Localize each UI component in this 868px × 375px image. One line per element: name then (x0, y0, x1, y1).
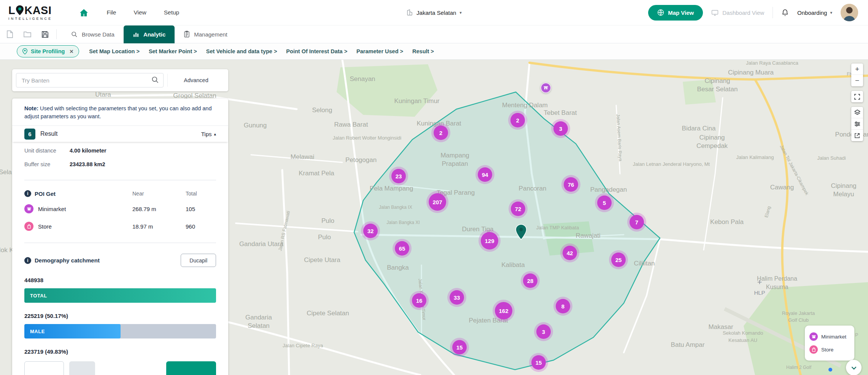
poi-row: Store 18.97 m 960 (24, 221, 216, 232)
site-location-pin[interactable] (515, 224, 527, 242)
layers-button[interactable] (851, 107, 863, 118)
zoom-in-button[interactable]: + (851, 64, 863, 75)
cluster-marker[interactable]: 25 (611, 253, 626, 267)
search-input[interactable] (16, 73, 164, 87)
note-text: Note: Used with selecting the parameters… (12, 99, 228, 126)
cluster-marker[interactable]: 33 (450, 290, 464, 305)
breadcrumb-step-3[interactable]: Set Vehicle and data type > (206, 48, 277, 54)
fullscreen-button[interactable] (851, 91, 863, 102)
cluster-marker[interactable]: 3 (553, 121, 568, 136)
user-avatar[interactable] (841, 4, 858, 21)
poi-near-value: 268.79 m (132, 206, 186, 212)
cluster-marker[interactable]: 7 (630, 215, 644, 229)
cluster-marker[interactable]: 5 (597, 195, 612, 210)
cluster-marker[interactable]: 2 (434, 126, 448, 140)
total-bar-label: TOTAL (30, 293, 47, 299)
stats-rows: Unit distance 4.00 kilometerBuffer size … (12, 146, 228, 169)
poi-rows: Minimarket 268.79 m 105Store 18.97 m 960 (24, 203, 216, 232)
advanced-search-link[interactable]: Advanced (167, 74, 224, 87)
cluster-marker[interactable]: 2 (510, 113, 525, 127)
breadcrumb-step-4[interactable]: Point Of Interest Data > (286, 48, 347, 54)
male-bar-fill: MALE (24, 324, 121, 338)
cluster-marker[interactable]: 65 (395, 241, 409, 256)
app-logo[interactable]: L KASI INTELLIGENCE (8, 5, 52, 21)
catchment-polygon[interactable] (354, 92, 660, 370)
park-senayan (337, 64, 437, 117)
legend-collapse-button[interactable] (846, 360, 862, 375)
location-label: Jakarta Selatan (417, 10, 456, 16)
stat-label: Buffer size (24, 161, 70, 167)
breadcrumb-step-6[interactable]: Result > (412, 48, 434, 54)
dashboard-view-button[interactable]: Dashboard View (711, 9, 764, 16)
stat-row: Buffer size 23423.88 km2 (24, 159, 216, 169)
cluster-marker[interactable]: 8 (556, 299, 570, 313)
save-icon[interactable] (37, 28, 52, 41)
cluster-marker[interactable]: 94 (478, 167, 492, 182)
search-card: Advanced (12, 69, 228, 91)
male-bar-label: MALE (30, 329, 45, 334)
logo-text-right: KASI (24, 5, 51, 16)
cluster-marker[interactable]: 23 (391, 169, 406, 183)
cluster-marker[interactable]: 28 (523, 273, 537, 288)
note-label: Note: (24, 105, 38, 111)
cluster-marker[interactable]: 162 (495, 302, 512, 319)
export-button[interactable] (851, 130, 863, 141)
cluster-marker[interactable]: 207 (429, 193, 446, 211)
notifications-bell-icon[interactable] (781, 9, 789, 16)
poi-total-value: 105 (186, 206, 216, 212)
new-document-icon[interactable] (2, 28, 17, 41)
tab-analytic[interactable]: Analytic (124, 25, 175, 43)
result-section-header: 6 Result Tips ▴ (12, 126, 228, 142)
secondary-toolbar: Browse Data Analytic Management (0, 25, 868, 43)
breadcrumb-step-2[interactable]: Set Marker Point > (149, 48, 197, 54)
footer-box[interactable] (69, 361, 95, 375)
toolbar-divider (56, 29, 57, 39)
cluster-marker[interactable]: 76 (564, 177, 578, 192)
logo-pin-icon (16, 5, 24, 16)
cluster-marker[interactable]: 32 (363, 224, 378, 238)
filter-sliders-button[interactable] (851, 118, 863, 130)
park-small (683, 79, 716, 105)
cluster-marker[interactable]: 42 (563, 246, 577, 260)
legend-item[interactable]: Store (809, 343, 850, 356)
cluster-marker[interactable]: 15 (531, 355, 546, 370)
chevron-down-icon: ▾ (459, 10, 462, 15)
breadcrumb-step-5[interactable]: Parameter Used > (356, 48, 403, 54)
menu-item-setup[interactable]: Setup (164, 9, 180, 16)
ducapil-button[interactable]: Ducapil (181, 254, 216, 267)
footer-button-primary[interactable] (166, 361, 216, 375)
tips-toggle[interactable]: Tips ▴ (201, 131, 216, 137)
cluster-marker[interactable]: 3 (536, 324, 551, 339)
divider (24, 243, 216, 243)
menu-item-view[interactable]: View (134, 9, 146, 16)
footer-button-outline[interactable] (24, 361, 64, 375)
user-menu[interactable]: Onboarding ▾ (797, 10, 832, 16)
cluster-marker[interactable]: 15 (452, 340, 467, 354)
poi-marker-icon[interactable] (541, 83, 551, 93)
open-folder-icon[interactable] (20, 28, 35, 41)
info-icon: i (24, 190, 31, 197)
dashboard-view-label: Dashboard View (722, 10, 764, 16)
cluster-marker[interactable]: 16 (412, 293, 426, 308)
cluster-marker[interactable]: 129 (481, 232, 498, 249)
legend-item[interactable]: Minimarket (809, 330, 850, 343)
map-view-button[interactable]: Map View (648, 5, 703, 21)
site-profiling-pill[interactable]: Site Profiling ✕ (17, 45, 79, 57)
menu-item-file[interactable]: File (107, 9, 116, 16)
stat-value: 23423.88 km2 (70, 161, 105, 167)
close-icon[interactable]: ✕ (69, 49, 73, 54)
result-panel: Note: Used with selecting the parameters… (12, 99, 228, 375)
store-icon (24, 222, 33, 231)
location-selector[interactable]: Jakarta Selatan ▾ (406, 9, 462, 16)
home-button[interactable] (79, 8, 88, 17)
tab-label: Management (194, 31, 227, 38)
info-icon: i (24, 257, 31, 264)
monitor-icon (711, 9, 719, 16)
tab-management[interactable]: Management (175, 25, 237, 43)
cluster-marker[interactable]: 72 (511, 202, 525, 216)
breadcrumb-step-1[interactable]: Set Map Location > (89, 48, 140, 54)
globe-icon (657, 9, 664, 16)
search-icon[interactable] (151, 76, 159, 85)
zoom-out-button[interactable]: − (851, 75, 863, 86)
tab-browse-data[interactable]: Browse Data (62, 25, 124, 43)
